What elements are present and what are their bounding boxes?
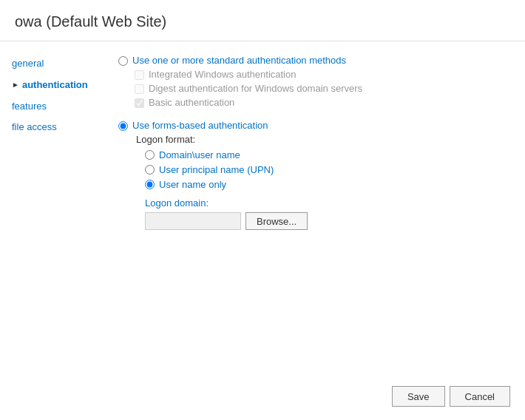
logon-domain-input[interactable] — [145, 212, 241, 230]
content-area: Use one or more standard authentication … — [104, 41, 525, 419]
sidebar-label-authentication: authentication — [22, 78, 88, 93]
sidebar-item-features[interactable]: features — [12, 96, 104, 118]
username-only-radio[interactable] — [145, 180, 155, 189]
sidebar-item-file-access[interactable]: file access — [12, 117, 104, 138]
logon-domain-label: Logon domain: — [145, 197, 503, 209]
browse-button[interactable]: Browse... — [245, 212, 308, 230]
forms-auth-section: Use forms-based authentication Logon for… — [118, 120, 503, 230]
forms-auth-label[interactable]: Use forms-based authentication — [132, 120, 268, 131]
page-title: owa (Default Web Site) — [0, 0, 525, 41]
sidebar-label-general: general — [12, 56, 44, 72]
upn-label[interactable]: User principal name (UPN) — [159, 164, 274, 175]
logon-format-label: Logon format: — [136, 134, 503, 145]
standard-auth-section: Use one or more standard authentication … — [118, 55, 503, 108]
standard-auth-radio[interactable] — [118, 56, 128, 66]
forms-auth-radio-row: Use forms-based authentication — [118, 120, 503, 131]
digest-auth-label: Digest authentication for Windows domain… — [149, 83, 362, 94]
arrow-icon: ► — [12, 79, 19, 91]
standard-auth-label[interactable]: Use one or more standard authentication … — [132, 55, 346, 66]
domain-user-row: Domain\user name — [145, 149, 503, 160]
digest-auth-row: Digest authentication for Windows domain… — [135, 83, 503, 94]
logon-domain-row: Browse... — [145, 212, 503, 230]
integrated-auth-checkbox[interactable] — [135, 70, 144, 80]
domain-user-label[interactable]: Domain\user name — [159, 149, 240, 160]
basic-auth-checkbox[interactable] — [135, 98, 144, 108]
username-only-row: User name only — [145, 179, 503, 190]
sidebar-item-general[interactable]: general — [12, 53, 104, 75]
sidebar: general ► authentication features file a… — [0, 41, 104, 419]
digest-auth-checkbox[interactable] — [135, 84, 144, 94]
upn-radio[interactable] — [145, 165, 155, 175]
logon-domain-section: Logon domain: Browse... — [145, 197, 503, 230]
sidebar-item-authentication[interactable]: ► authentication — [12, 75, 104, 96]
bottom-buttons: Save Cancel — [392, 386, 510, 407]
save-button[interactable]: Save — [392, 386, 445, 407]
basic-auth-label: Basic authentication — [149, 97, 234, 108]
upn-row: User principal name (UPN) — [145, 164, 503, 175]
sidebar-label-file-access: file access — [12, 120, 57, 135]
domain-user-radio[interactable] — [145, 150, 155, 160]
username-only-label[interactable]: User name only — [159, 179, 226, 190]
standard-auth-radio-row: Use one or more standard authentication … — [118, 55, 503, 66]
integrated-auth-label: Integrated Windows authentication — [149, 69, 296, 80]
sidebar-label-features: features — [12, 99, 47, 115]
basic-auth-row: Basic authentication — [135, 97, 503, 108]
cancel-button[interactable]: Cancel — [450, 386, 510, 407]
integrated-auth-row: Integrated Windows authentication — [135, 69, 503, 80]
forms-auth-radio[interactable] — [118, 121, 128, 131]
logon-radio-group: Domain\user name User principal name (UP… — [145, 149, 503, 190]
